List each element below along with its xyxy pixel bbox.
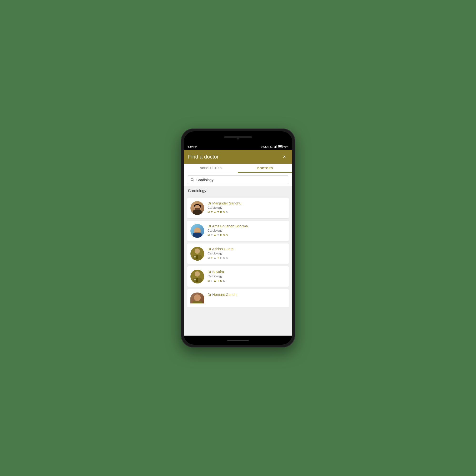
doctor-card[interactable]: Dr Amit Bhushan Sharma Cardiology M T W … (187, 221, 289, 241)
generic-avatar-svg (190, 247, 204, 261)
doctor-name: Dr Amit Bhushan Sharma (207, 224, 286, 228)
doctor-name: Dr B Kalra (207, 270, 286, 274)
doctors-list: Dr Manjinder Sandhu Cardiology M T W T F… (184, 195, 292, 336)
days-row: M T W T F S S (207, 234, 286, 237)
day-T: T (211, 211, 213, 214)
doctor-info: Dr B Kalra Cardiology M T W T S S (207, 270, 286, 282)
doctor-info: Dr Amit Bhushan Sharma Cardiology M T W … (207, 224, 286, 237)
day-S2: S (226, 234, 227, 237)
doctor-specialty: Cardiology (207, 274, 286, 278)
svg-rect-2 (275, 146, 276, 148)
avatar-face (190, 201, 204, 215)
day-W: W (214, 256, 216, 259)
search-box (187, 175, 289, 184)
doctor-name: Dr Manjinder Sandhu (207, 201, 286, 205)
search-input[interactable] (196, 178, 286, 182)
doctor-specialty: Cardiology (207, 252, 286, 255)
day-F: F (220, 211, 222, 214)
svg-rect-1 (274, 147, 275, 148)
svg-point-13 (194, 279, 196, 280)
screen: 5:30 PM 0.00K/s 4G 73% (184, 143, 292, 336)
svg-point-10 (195, 271, 200, 276)
svg-line-5 (193, 180, 194, 181)
svg-rect-12 (196, 278, 198, 282)
doctor-specialty: Cardiology (207, 229, 286, 232)
doctor-info: Dr Hemant Gandhi (207, 292, 286, 297)
battery-percent: 73% (284, 145, 289, 148)
svg-rect-0 (274, 147, 274, 148)
day-T: T (211, 234, 213, 237)
section-header: Cardiology (184, 186, 292, 195)
app-header: Find a doctor × (184, 150, 292, 164)
doctor-card-partial[interactable]: Dr Hemant Gandhi (187, 289, 289, 307)
tabs-container: SPECIALITIES DOCTORS (184, 164, 292, 173)
svg-rect-8 (196, 255, 198, 259)
avatar-partial (190, 292, 204, 304)
day-M: M (207, 256, 210, 259)
days-row: M T W T F S S (207, 256, 286, 259)
svg-rect-3 (276, 145, 277, 148)
avatar (190, 247, 204, 261)
partial-avatar-svg (190, 292, 204, 304)
avatar (190, 201, 204, 215)
avatar-face (190, 224, 204, 238)
day-M: M (207, 279, 210, 282)
doctor-info: Dr Manjinder Sandhu Cardiology M T W T F… (207, 201, 286, 214)
doctor-card[interactable]: Dr Manjinder Sandhu Cardiology M T W T F… (187, 198, 289, 218)
status-bar: 5:30 PM 0.00K/s 4G 73% (184, 143, 292, 150)
doctor-card[interactable]: Dr B Kalra Cardiology M T W T S S (187, 266, 289, 287)
svg-point-9 (194, 256, 196, 257)
tab-specialities[interactable]: SPECIALITIES (184, 164, 238, 173)
day-T2: T (217, 256, 219, 259)
tab-doctors[interactable]: DOCTORS (238, 164, 292, 173)
day-M: M (207, 211, 210, 214)
days-row: M T W T F S S (207, 211, 286, 214)
avatar (190, 224, 204, 238)
search-icon (190, 178, 194, 182)
app-title: Find a doctor (188, 154, 219, 160)
avatar (190, 270, 204, 284)
speaker (224, 136, 252, 138)
phone-device: 5:30 PM 0.00K/s 4G 73% (181, 129, 295, 347)
day-S2: S (226, 211, 227, 214)
days-row: M T W T S S (207, 279, 286, 282)
day-S: S (223, 211, 225, 214)
day-F: S (220, 279, 222, 282)
doctor-specialty: Cardiology (207, 206, 286, 209)
day-T: T (211, 256, 213, 259)
day-W: W (214, 279, 216, 282)
day-S: S (223, 234, 225, 237)
day-S: S (223, 256, 225, 259)
close-button[interactable]: × (281, 153, 288, 160)
network-speed: 0.00K/s (261, 145, 269, 148)
svg-point-14 (194, 294, 201, 301)
battery-icon (278, 145, 283, 148)
doctor-info: Dr Ashish Gupta Cardiology M T W T F S S (207, 247, 286, 259)
day-W: W (214, 234, 216, 237)
doctor-card[interactable]: Dr Ashish Gupta Cardiology M T W T F S S (187, 243, 289, 264)
doctor-name: Dr Hemant Gandhi (207, 292, 286, 297)
status-time: 5:30 PM (187, 145, 197, 148)
generic-avatar-svg (190, 270, 204, 284)
search-container (184, 173, 292, 186)
day-F: F (220, 234, 222, 237)
phone-screen-container: 5:30 PM 0.00K/s 4G 73% (184, 131, 292, 345)
home-button[interactable] (227, 340, 249, 341)
day-T2: T (217, 279, 219, 282)
day-M: M (207, 234, 210, 237)
signal-icon (274, 145, 277, 148)
day-T2: T (217, 234, 219, 237)
network-type: 4G (270, 145, 273, 148)
svg-rect-15 (192, 301, 202, 304)
day-T2: T (217, 211, 219, 214)
day-F: F (220, 256, 222, 259)
svg-point-6 (195, 249, 200, 254)
day-S2: S (226, 256, 227, 259)
day-S: S (223, 279, 225, 282)
doctor-name: Dr Ashish Gupta (207, 247, 286, 251)
day-W: W (214, 211, 216, 214)
day-T: T (211, 279, 213, 282)
status-right: 0.00K/s 4G 73% (261, 145, 289, 148)
